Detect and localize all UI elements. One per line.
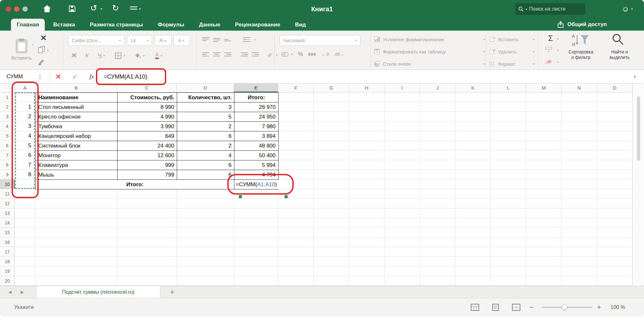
find-select-label[interactable]: Найти и выделить (603, 49, 636, 60)
row-header-4[interactable]: 4 (0, 121, 15, 131)
cell-C2[interactable]: 8 990 (118, 102, 177, 112)
cell-A4[interactable]: 3 (15, 121, 33, 131)
cell-D3[interactable]: 5 (177, 112, 234, 122)
col-header-N[interactable]: N (562, 83, 597, 92)
row-header-13[interactable]: 13 (0, 208, 15, 218)
cell-E4[interactable]: 7 980 (234, 122, 279, 131)
save-icon[interactable] (68, 5, 76, 13)
add-sheet-button[interactable]: + (170, 286, 174, 298)
comma-style-button[interactable]: 000 (308, 52, 316, 57)
col-header-F[interactable]: F (278, 83, 314, 92)
tab-formulas[interactable]: Формулы (151, 19, 191, 31)
cell-E1[interactable]: Итого: (234, 93, 279, 102)
row-header-20[interactable]: 20 (0, 276, 15, 286)
cell-D1[interactable]: Количество, шт. (177, 93, 234, 102)
select-all-corner[interactable] (0, 83, 15, 92)
italic-button[interactable]: К (81, 50, 93, 61)
cell-E9[interactable]: 4 794 (234, 170, 279, 180)
col-header-H[interactable]: H (349, 83, 384, 92)
fill-down-caret[interactable]: ▾ (557, 49, 559, 52)
cell-A7[interactable]: 6 (15, 150, 33, 160)
row-header-14[interactable]: 14 (0, 218, 15, 228)
cell-C8[interactable]: 999 (118, 160, 177, 170)
clear-eraser-button[interactable] (544, 59, 552, 65)
row-header-16[interactable]: 16 (0, 237, 15, 247)
formula-input[interactable]: =СУММ(A1:A10) (104, 70, 147, 83)
paste-button[interactable]: Вставить (8, 33, 35, 66)
row-header-2[interactable]: 2 (0, 102, 15, 112)
close-window-button[interactable] (6, 6, 11, 12)
col-header-D[interactable]: D (177, 83, 234, 92)
zoom-level[interactable]: 100 % (611, 298, 625, 316)
align-center-icon[interactable] (213, 52, 220, 57)
cell-A9[interactable]: 8 (15, 170, 33, 179)
undo-dropdown-caret[interactable]: ▾ (100, 7, 102, 11)
tab-review[interactable]: Рецензирование (229, 19, 287, 31)
zoom-out-button[interactable]: − (529, 298, 534, 316)
row-header-19[interactable]: 19 (0, 266, 15, 276)
account-smiley-icon[interactable]: ☺ (621, 5, 630, 14)
format-cells-button[interactable]: Формат ▾ (489, 58, 535, 69)
cell-C6[interactable]: 24 400 (118, 141, 177, 151)
scrollbar-thumb[interactable] (637, 96, 640, 161)
find-select-icon[interactable] (611, 33, 625, 46)
underline-button[interactable]: Ч▾ (94, 50, 109, 61)
borders-button[interactable]: ▾ (111, 50, 129, 61)
cell-E3[interactable]: 24 950 (234, 112, 279, 122)
font-name-dropdown[interactable]: Calibri (Осн...▾ (68, 35, 124, 46)
autosum-caret[interactable]: ▾ (557, 37, 559, 41)
increase-decimal-button[interactable]: ←.0 (321, 52, 329, 57)
orientation-icon[interactable]: ab (266, 52, 273, 58)
selection-handle[interactable] (285, 195, 288, 198)
cell-D5[interactable]: 6 (177, 131, 234, 141)
cell-A8[interactable]: 7 (15, 160, 33, 170)
cell-styles-button[interactable]: Стили ячеек ▾ (374, 58, 485, 69)
customize-toolbar-caret[interactable]: ▾ (139, 7, 141, 11)
row-header-9[interactable]: 9 (0, 170, 15, 179)
delete-cells-button[interactable]: Удалить ▾ (489, 46, 535, 57)
wrap-text-icon[interactable] (243, 37, 251, 42)
bold-button[interactable]: Ж (68, 50, 80, 61)
cell-D9[interactable]: 6 (177, 170, 234, 180)
row-header-1[interactable]: 1 (0, 92, 15, 102)
fill-down-button[interactable] (545, 47, 552, 53)
row-header-11[interactable]: 11 (0, 189, 15, 199)
row-header-5[interactable]: 5 (0, 131, 15, 141)
cell-E8[interactable]: 5 994 (234, 160, 279, 170)
row-header-17[interactable]: 17 (0, 247, 15, 257)
col-header-E[interactable]: E (234, 83, 278, 92)
cell-C7[interactable]: 12 600 (118, 151, 177, 160)
row-header-7[interactable]: 7 (0, 150, 15, 160)
sheet-tab-active[interactable]: Подсчет суммы (microexcel.ru) (36, 286, 160, 298)
grow-font-button[interactable]: А▲ (155, 35, 171, 46)
cell-A2[interactable]: 1 (15, 102, 33, 112)
cell-E6[interactable]: 48 800 (234, 141, 279, 151)
zoom-window-button[interactable] (23, 6, 28, 12)
row-header-8[interactable]: 8 (0, 160, 15, 170)
col-header-L[interactable]: L (491, 83, 526, 92)
grid[interactable]: НаименованиеСтоимость, руб.Количество, ш… (0, 83, 644, 286)
zoom-slider-thumb[interactable] (562, 304, 567, 310)
redo-icon[interactable]: ↻ (112, 3, 119, 13)
cell-C3[interactable]: 4 990 (118, 112, 177, 122)
format-as-table-button[interactable]: Форматировать как таблицу ▾ (374, 46, 485, 57)
customize-toolbar-icon[interactable] (130, 6, 137, 10)
align-middle-icon[interactable] (213, 37, 220, 42)
cell-B3[interactable]: Кресло офисное (36, 112, 118, 122)
account-caret[interactable]: ▾ (631, 7, 633, 11)
cell-B9[interactable]: Мышь (36, 170, 118, 180)
cell-E5[interactable]: 3 894 (234, 131, 279, 141)
cell-D6[interactable]: 2 (177, 141, 234, 151)
normal-view-icon[interactable] (471, 298, 479, 316)
accounting-format-icon[interactable] (281, 51, 289, 58)
col-header-K[interactable]: K (455, 83, 491, 92)
row-header-18[interactable]: 18 (0, 257, 15, 266)
cancel-icon[interactable]: ✕ (55, 70, 61, 83)
col-header-C[interactable]: C (117, 83, 177, 92)
format-painter-button[interactable] (38, 58, 45, 65)
col-header-A[interactable]: A (15, 83, 35, 92)
fill-color-button[interactable]: ▾ (131, 50, 148, 61)
cell-E7[interactable]: 50 400 (234, 151, 279, 160)
align-top-icon[interactable] (202, 37, 209, 42)
next-sheet-arrow[interactable]: ▶ (21, 286, 24, 298)
